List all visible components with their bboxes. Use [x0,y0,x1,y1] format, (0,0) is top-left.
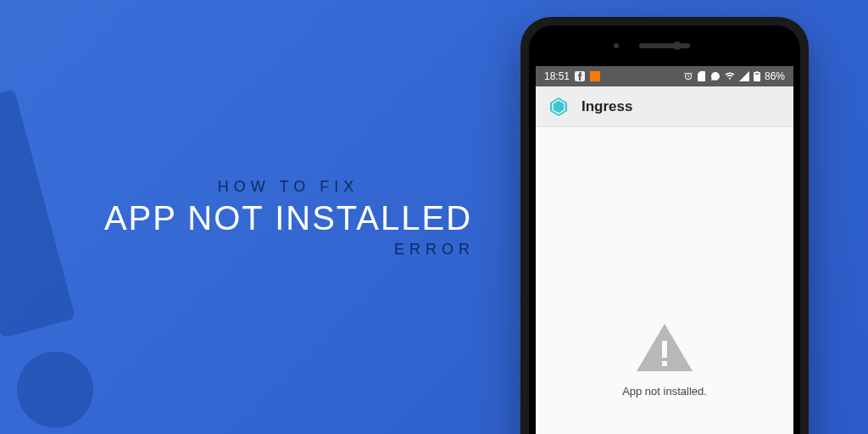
battery-percentage: 86% [765,70,785,82]
exclamation-bar [0,89,75,338]
notification-icon [590,71,600,81]
phone-camera [673,42,682,50]
app-title: Ingress [581,98,632,115]
status-bar-left: 18:51 [544,70,600,82]
status-time: 18:51 [544,70,570,82]
phone-speaker [639,43,690,48]
svg-rect-5 [662,361,667,366]
exclamation-graphic [0,89,102,434]
svg-rect-1 [754,74,759,75]
headline-line1: HOW TO FIX [102,178,475,196]
ingress-app-icon [548,96,570,118]
headline-line2: APP NOT INSTALLED [102,199,475,237]
headline-line3: ERROR [102,241,475,259]
warning-icon [635,322,694,373]
phone-sensor [614,43,619,48]
exclamation-dot [8,343,102,434]
alarm-icon [683,71,693,81]
wifi-icon [725,72,735,81]
signal-icon [739,71,749,81]
app-content: App not installed. [536,127,793,434]
phone-body: 18:51 [529,25,800,434]
status-bar-right: 86% [683,70,785,82]
app-bar: Ingress [536,86,793,127]
svg-rect-4 [662,341,667,358]
chat-icon [710,71,721,81]
facebook-icon [575,71,585,81]
status-bar: 18:51 [536,66,793,86]
sd-icon [698,71,706,81]
phone-top-bezel [529,25,800,66]
phone-frame: 18:51 [520,17,809,434]
error-message: App not installed. [622,385,707,398]
headline-block: HOW TO FIX APP NOT INSTALLED ERROR [102,178,475,259]
battery-icon [754,71,760,81]
phone-screen: 18:51 [536,66,793,434]
